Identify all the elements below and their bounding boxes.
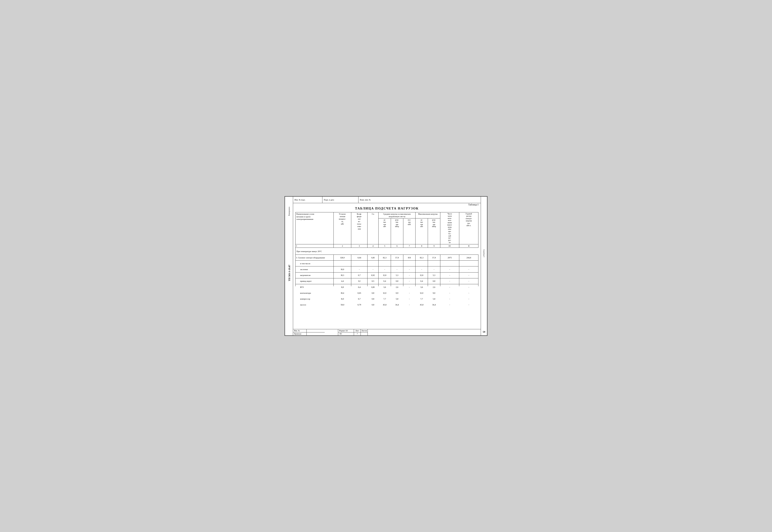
row-num-6: 6: [391, 244, 403, 248]
row-6-col7: -: [403, 290, 416, 296]
row-7-col4: 0,8: [367, 296, 378, 302]
bottom-inv-label: Инв. №: [293, 329, 306, 332]
table-row: привод ворот 4,4 0,I 0,5 0,4 0,8 - 0,4 0…: [296, 278, 478, 284]
stamp-sign-label: Подп. и дата: [324, 199, 334, 201]
table-row: ВТЗ 8,8 0,4 0,8I 3,6 2,6 - 3,6 2,6 - -: [296, 284, 478, 290]
bottom-format-label: Формат А4: [338, 329, 354, 332]
right-sidebar: Альбом I 59: [481, 197, 487, 335]
row-6-col4: 0,8: [367, 290, 378, 296]
row-4-name: привод ворот: [296, 278, 334, 284]
bottom-listov-col: Листов: [361, 329, 368, 335]
top-stamp: Инв. № подл. Подп. и дата Взам. инв. №: [293, 197, 481, 203]
row-6-col11: -: [459, 290, 478, 296]
row-8-col6: 34,4: [391, 302, 403, 308]
row-4-col7: -: [403, 278, 416, 284]
table-row: нагреватели I8,3 0,7 0,92 I2,8 5,3 - I2,…: [296, 272, 478, 278]
row-5-col7: -: [403, 284, 416, 290]
row-num-4: 4: [367, 244, 378, 248]
row-6-col5: I2,0: [379, 290, 391, 296]
row-5-col6: 2,6: [391, 284, 403, 290]
row-5-col10: -: [440, 284, 459, 290]
row-3-col10: -: [440, 272, 459, 278]
row-0-col2: I28,9: [334, 255, 351, 260]
bottom-privyazam-label: Привязан: [293, 332, 306, 335]
row-num-9: 9: [428, 244, 440, 248]
row-3-name: нагреватели: [296, 272, 334, 278]
row-0-col5: 82,3: [379, 255, 391, 260]
row-5-col2: 8,8: [334, 284, 351, 290]
header-avg-group: Средняя нагрузка за максимально загружен…: [379, 212, 416, 218]
row-2-col11: -: [459, 266, 478, 272]
stamp-inv-label: Инв. № подл.: [295, 199, 305, 201]
row-2-col8: -: [416, 266, 428, 272]
row-7-col11: -: [459, 296, 478, 302]
header-col6: реак-тив-наякВАр: [391, 218, 403, 244]
row-2-col4: -: [367, 266, 378, 272]
row-2-col3: -: [351, 266, 368, 272]
vertical-doc-number: ТП 503-3-19.87: [288, 265, 291, 281]
row-8-col8: 45,8: [416, 302, 428, 308]
row-7-col5: 7,7: [379, 296, 391, 302]
row-4-col6: 0,8: [391, 278, 403, 284]
table-row: I. Силовое электро-оборудование I28,9 0,…: [296, 255, 478, 260]
row-4-col5: 0,4: [379, 278, 391, 284]
table-row: заслонки I0,0 - - - - - - - - -: [296, 266, 478, 272]
table-label: Таблица I: [293, 203, 481, 206]
row-0-col10: 2975: [440, 255, 459, 260]
row-6-col9: 9,0: [428, 290, 440, 296]
table-row: насосн 58,0 0,79 0,8 45,8 34,4 - 45,8 34…: [296, 302, 478, 308]
row-8-col4: 0,8: [367, 302, 378, 308]
main-content: Инв. № подл. Подп. и дата Взам. инв. № Т…: [293, 197, 481, 335]
row-3-col8: I2,8: [416, 272, 428, 278]
row-2-name: заслонки: [296, 266, 334, 272]
row-5-name: ВТЗ: [296, 284, 334, 290]
bottom-inv-values: [307, 329, 325, 335]
bottom-spacer: [368, 329, 481, 335]
stamp-sign-cell: Подп. и дата: [322, 197, 359, 203]
row-6-col6: 0,9: [391, 290, 403, 296]
bottom-format-block: Формат А4 -II3 Лист 7 Листов: [338, 329, 368, 335]
header-col4: Со: [367, 212, 378, 244]
header-col2: Установ-леннаямощнос-ть,кВт: [334, 212, 351, 244]
header-col1: Наименование узловпитания и группэлектро…: [296, 212, 334, 244]
row-0-col3: 0,64: [351, 255, 368, 260]
row-num-5: 5: [379, 244, 391, 248]
row-7-col6: 5,8: [391, 296, 403, 302]
header-col7: пол-наякВА: [403, 218, 416, 244]
bottom-stamp-area: Инв. № Привязан Формат А4: [293, 329, 481, 335]
section-title: При температуре минус 20°С: [297, 250, 322, 252]
row-8-name: насосн: [296, 302, 334, 308]
row-5-col5: 3,6: [379, 284, 391, 290]
row-6-col2: I8,4: [334, 290, 351, 296]
page-number: 59: [483, 330, 485, 333]
row-2-col9: -: [428, 266, 440, 272]
header-col11: Годовойрасходэлектро-энергиитыс.кВт.ч.: [459, 212, 478, 244]
stamp-vzam-cell: Взам. инв. №: [359, 197, 390, 203]
table-row: в том числе:: [296, 261, 478, 266]
row-4-col9: 0,8: [428, 278, 440, 284]
row-0-col6: 57,9: [391, 255, 403, 260]
row-2-col2: I0,0: [334, 266, 351, 272]
row-2-col7: -: [403, 266, 416, 272]
row-6-col3: 0,65: [351, 290, 368, 296]
bottom-format-value: -II3: [338, 332, 354, 335]
row-3-col5: I2,8: [379, 272, 391, 278]
section-title-row: При температуре минус 20°С: [296, 248, 478, 255]
row-2-col6: -: [391, 266, 403, 272]
row-7-col7: -: [403, 296, 416, 302]
header-col10: Числочасовиспо-льзо-ваниямакси-мумаэлек-…: [440, 212, 459, 244]
row-7-col10: -: [440, 296, 459, 302]
row-5-col3: 0,4: [351, 284, 368, 290]
row-4-col11: -: [459, 278, 478, 284]
row-3-col3: 0,7: [351, 272, 368, 278]
header-col9: реак-тив-наякВАр: [428, 218, 440, 244]
bottom-list-label: Лист: [354, 329, 361, 332]
row-2-col5: -: [379, 266, 391, 272]
row-0-name: I. Силовое электро-оборудование: [296, 255, 334, 260]
bottom-listov-label: Листов: [361, 329, 368, 332]
row-0-col9: 57,9: [428, 255, 440, 260]
row-8-col11: -: [459, 302, 478, 308]
row-7-col3: 0,7: [351, 296, 368, 302]
row-8-col7: -: [403, 302, 416, 308]
header-col3: Коэф-фици-ентис-поль-зова-ния: [351, 212, 368, 244]
